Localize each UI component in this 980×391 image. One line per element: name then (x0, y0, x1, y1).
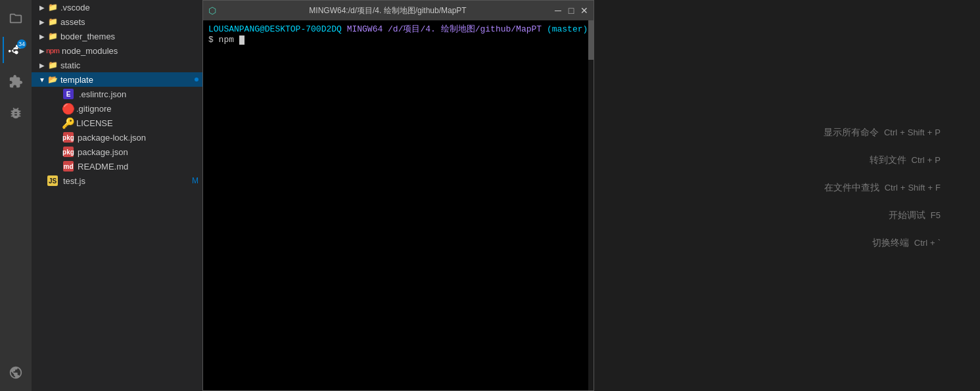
modified-indicator: M (192, 176, 198, 185)
key-plus2: + (927, 183, 933, 193)
shortcut-label: 显示所有命令 (813, 127, 879, 139)
js-icon: JS (47, 175, 58, 186)
sidebar-item-boder-themes[interactable]: ▶ 📁 boder_themes (32, 29, 202, 43)
terminal-cmd-line: $ npm (208, 35, 588, 45)
shortcut-row-toggle-terminal: 切换终端 Ctrl + ` (843, 237, 941, 249)
sidebar-item-package-lock[interactable]: pkg package-lock.json (32, 130, 202, 145)
shortcut-keys: Ctrl + P (912, 155, 941, 165)
debug-icon[interactable] (3, 100, 29, 126)
key-plus: + (927, 155, 933, 165)
terminal-controls: ─ □ ✕ (554, 7, 588, 14)
sidebar-item-label: package.json (78, 147, 202, 157)
sidebar-item-label: test.js (63, 176, 192, 186)
license-icon: 🔑 (63, 118, 74, 128)
terminal-branch: (master) (547, 24, 588, 34)
folder-icon: 📁 (47, 2, 58, 12)
no-arrow (37, 175, 47, 186)
maximize-button[interactable]: □ (567, 7, 575, 14)
folder-icon: 📁 (47, 16, 58, 27)
sidebar-item-package-json[interactable]: pkg package.json (32, 145, 202, 159)
shortcut-label: 切换终端 (843, 237, 909, 249)
terminal-scrollbar[interactable] (588, 20, 594, 390)
shortcut-label: 转到文件 (841, 154, 906, 166)
shortcut-keys: Ctrl + ` (914, 238, 941, 248)
collapse-arrow: ▼ (37, 74, 47, 85)
key-shift: Shift (908, 127, 925, 137)
sidebar-item-assets[interactable]: ▶ 📁 assets (32, 14, 202, 29)
shortcut-keys: Ctrl + Shift + P (884, 127, 941, 137)
no-arrow (53, 147, 63, 157)
terminal-titlebar: ⬡ MINGW64:/d/项目/4. 绘制地图/github/MapPT ─ □… (203, 1, 594, 20)
npm-folder-icon: npm (47, 45, 58, 56)
sidebar-item-eslintrc[interactable]: E .eslintrc.json (32, 87, 202, 101)
collapse-arrow: ▶ (37, 16, 47, 27)
sidebar-item-static[interactable]: ▶ 📁 static (32, 58, 202, 72)
readme-icon: md (63, 161, 74, 172)
source-control-icon[interactable]: 34 (3, 37, 29, 63)
sidebar-item-readme[interactable]: md README.md (32, 159, 202, 173)
key-ctrl: Ctrl (885, 183, 898, 193)
shortcut-keys: Ctrl + Shift + F (885, 183, 941, 193)
sidebar-item-label: template (60, 75, 195, 85)
shortcut-label: 在文件中查找 (814, 182, 879, 194)
terminal-cursor (239, 35, 245, 45)
sidebar-item-node-modules[interactable]: ▶ npm node_modules (32, 43, 202, 58)
activity-bar-bottom (3, 359, 29, 391)
sidebar-item-label: package-lock.json (78, 133, 202, 143)
terminal-body[interactable]: LOUSANPANG@DESKTOP-700D2DQ MINGW64 /d/项目… (203, 20, 594, 390)
sidebar-item-label: boder_themes (60, 32, 202, 41)
terminal-user: LOUSANPANG@DESKTOP-700D2DQ (208, 24, 342, 34)
key-f5: F5 (931, 210, 941, 220)
collapse-arrow: ▶ (37, 60, 47, 70)
explorer-icon[interactable] (3, 5, 29, 32)
folder-icon: 📁 (47, 60, 58, 70)
key-p: P (935, 155, 941, 165)
terminal-path: MINGW64 /d/项目/4. 绘制地图/github/MapPT (347, 24, 542, 34)
lock-icon: pkg (63, 132, 74, 143)
sidebar-item-label: .vscode (60, 3, 202, 12)
key-ctrl: Ctrl (884, 127, 897, 137)
key-p: P (935, 127, 941, 137)
package-icon: pkg (63, 147, 74, 157)
key-ctrl: Ctrl (914, 238, 927, 248)
extensions-icon[interactable] (3, 68, 29, 95)
terminal-scrollbar-thumb (588, 20, 594, 60)
key-plus: + (900, 127, 905, 137)
sidebar-item-label: .gitignore (76, 104, 202, 114)
shortcut-row-goto-file: 转到文件 Ctrl + P (841, 154, 941, 166)
sidebar: ▶ 📁 .vscode ▶ 📁 assets ▶ 📁 boder_themes … (32, 0, 202, 391)
sidebar-item-license[interactable]: 🔑 LICENSE (32, 116, 202, 130)
close-button[interactable]: ✕ (580, 7, 588, 14)
shortcut-row-all-commands: 显示所有命令 Ctrl + Shift + P (813, 127, 941, 139)
sidebar-item-testjs[interactable]: JS test.js M (32, 173, 202, 188)
key-plus: + (930, 238, 935, 248)
key-backtick: ` (938, 238, 941, 248)
key-ctrl: Ctrl (912, 155, 925, 165)
terminal-dollar: $ (208, 35, 219, 45)
sidebar-item-gitignore[interactable]: 🔴 .gitignore (32, 101, 202, 116)
sidebar-item-label: assets (60, 17, 202, 27)
collapse-arrow: ▶ (37, 2, 47, 12)
shortcut-row-find-in-files: 在文件中查找 Ctrl + Shift + F (814, 182, 941, 194)
no-arrow (53, 89, 63, 99)
terminal-title-icon: ⬡ (208, 5, 216, 16)
collapse-arrow: ▶ (37, 31, 47, 41)
key-shift: Shift (908, 183, 925, 193)
key-plus2: + (927, 127, 933, 137)
sidebar-item-vscode[interactable]: ▶ 📁 .vscode (32, 0, 202, 14)
sidebar-item-label: .eslintrc.json (79, 89, 202, 99)
folder-open-icon: 📂 (47, 74, 58, 85)
folder-icon: 📁 (47, 31, 58, 41)
shortcut-keys: F5 (931, 210, 941, 220)
sidebar-item-template[interactable]: ▼ 📂 template (32, 72, 202, 87)
key-plus: + (900, 183, 906, 193)
shortcut-row-start-debug: 开始调试 F5 (860, 210, 941, 221)
sidebar-item-label: static (60, 60, 202, 70)
main-content: ⬡ MINGW64:/d/项目/4. 绘制地图/github/MapPT ─ □… (202, 0, 980, 391)
minimize-button[interactable]: ─ (554, 7, 562, 14)
terminal-window[interactable]: ⬡ MINGW64:/d/项目/4. 绘制地图/github/MapPT ─ □… (202, 0, 594, 391)
terminal-prompt-line: LOUSANPANG@DESKTOP-700D2DQ MINGW64 /d/项目… (208, 23, 588, 35)
sidebar-item-label: README.md (78, 162, 202, 172)
remote-icon[interactable] (3, 359, 29, 386)
activity-bar: 34 (0, 0, 32, 391)
